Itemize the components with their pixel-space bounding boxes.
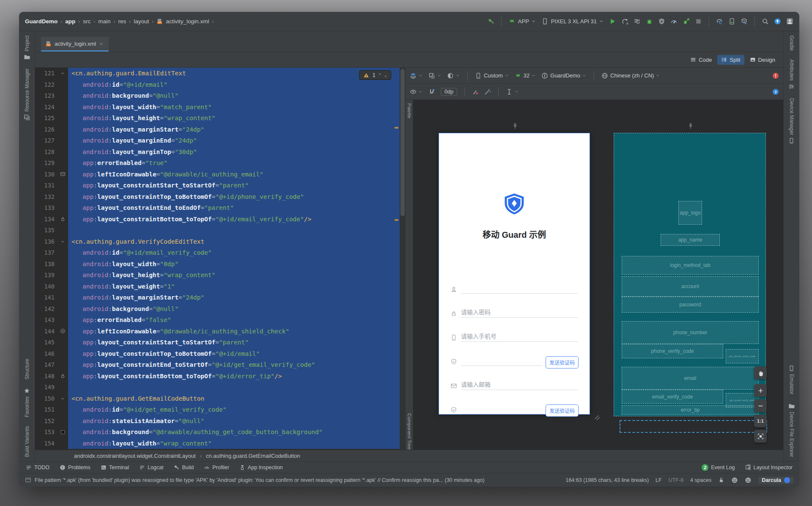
custom-selector[interactable]: Custom xyxy=(475,72,509,79)
login-field[interactable]: 请输入邮箱 xyxy=(439,369,590,393)
default-margin-field[interactable]: 0dp xyxy=(441,88,457,96)
error-stripe-mark[interactable] xyxy=(395,219,398,221)
update-button[interactable] xyxy=(774,18,781,25)
toolwindow-build[interactable]: Build xyxy=(173,465,194,470)
inspection-widget[interactable]: 1 ⌃ ⌄ xyxy=(359,70,391,80)
blueprint-app_name[interactable]: app_name xyxy=(661,234,720,246)
shieldplay-button[interactable] xyxy=(658,18,665,25)
blueprint-get_phone_verify_code[interactable]: get_phone_verify_code xyxy=(726,349,759,363)
close-icon[interactable] xyxy=(99,41,104,46)
pixel-3-xl-api-31-selector[interactable]: PIXEL 3 XL API 31 xyxy=(541,18,604,25)
palette-tab[interactable]: Palette xyxy=(407,103,412,118)
blueprint-login_method_tab[interactable]: login_method_tab xyxy=(622,256,759,275)
sidebar-item-project[interactable]: Project xyxy=(24,36,30,60)
caret-position[interactable]: 164:63 (1985 chars, 43 line breaks) xyxy=(565,477,649,483)
theme-switcher[interactable]: Darcula xyxy=(758,477,793,484)
toolwindow-problems[interactable]: Problems xyxy=(60,465,91,470)
fold-icon[interactable] xyxy=(57,236,68,248)
clearc-button[interactable] xyxy=(472,88,479,95)
file-encoding[interactable]: UTF-8 xyxy=(669,477,683,483)
mail-gutter-icon[interactable] xyxy=(57,169,68,180)
toggle-design[interactable]: Design xyxy=(746,55,779,65)
login-field[interactable]: 发送验证码 xyxy=(439,393,590,418)
blueprint-phone_number[interactable]: phone_number xyxy=(622,321,759,344)
listre-button[interactable] xyxy=(634,18,641,25)
blueprint-app_logo[interactable]: app_logo xyxy=(678,201,702,225)
frown-feedback-icon[interactable] xyxy=(745,477,752,484)
sync-button[interactable] xyxy=(716,18,723,25)
toggle-code[interactable]: Code xyxy=(686,55,716,65)
login-field[interactable] xyxy=(439,273,590,297)
search-button[interactable] xyxy=(762,18,769,25)
xml-breadcrumb-item[interactable]: cn.authing.guard.GetEmailCodeButton xyxy=(206,453,300,459)
zoom-actual-button[interactable]: 1:1 xyxy=(754,415,767,427)
sidebar-item-attributes[interactable]: Attributes xyxy=(788,59,795,90)
lockg-gutter-icon[interactable] xyxy=(57,214,68,225)
scrollbar-thumb[interactable] xyxy=(401,69,405,216)
breadcrumb-item-layout[interactable]: layout xyxy=(134,18,149,25)
blueprint-email[interactable]: email xyxy=(622,367,759,390)
chinese-zh-cn--selector[interactable]: Chinese (zh / CN) xyxy=(601,72,660,79)
sidebar-item-gradle[interactable]: Gradle xyxy=(789,36,795,51)
breadcrumb-item-GuardDemo[interactable]: GuardDemo xyxy=(25,18,58,25)
toggle-split[interactable]: Split xyxy=(717,55,744,65)
smile-feedback-icon[interactable] xyxy=(731,477,738,484)
send-code-button[interactable]: 发送验证码 xyxy=(546,356,579,368)
blueprint-account[interactable]: account xyxy=(622,276,759,297)
breadcrumb-item-res[interactable]: res xyxy=(118,18,126,25)
sdk-button[interactable] xyxy=(741,18,748,25)
sidebar-item-resource-manager[interactable]: Resource Manager xyxy=(24,69,30,121)
eye-button[interactable] xyxy=(410,88,423,95)
swatch-gutter-icon[interactable] xyxy=(57,426,68,438)
gauge-button[interactable] xyxy=(670,18,678,25)
breadcrumb-item-main[interactable]: main xyxy=(98,18,110,25)
blueprint-phone[interactable]: app_logoapp_namelogin_method_tabaccountp… xyxy=(614,133,766,416)
toolwindow-app-inspection[interactable]: App Inspection xyxy=(239,465,283,470)
infer-button[interactable] xyxy=(484,88,491,95)
rerun-button[interactable]: A xyxy=(621,18,628,25)
pack-button[interactable] xyxy=(506,88,519,95)
toolwindow-profiler[interactable]: Profiler xyxy=(204,465,229,470)
sidebar-item-device-manager[interactable]: Device Manager xyxy=(788,98,795,144)
app-shield-logo[interactable] xyxy=(439,192,590,215)
zoom-in-button[interactable] xyxy=(754,384,767,397)
devmgr-button[interactable] xyxy=(728,18,735,25)
sidebar-item-emulator[interactable]: Emulator xyxy=(788,365,795,394)
send-code-button[interactable]: 发送验证码 xyxy=(546,404,579,417)
toolwindow-todo[interactable]: TODO xyxy=(26,465,49,470)
pan-hand-button[interactable] xyxy=(754,366,767,379)
login-field[interactable]: 请输入手机号 xyxy=(439,321,590,345)
sidebar-item-build-variants[interactable]: Build Variants xyxy=(24,426,30,457)
play-button[interactable] xyxy=(609,18,616,25)
next-warning-icon[interactable]: ⌄ xyxy=(384,73,387,77)
breadcrumb-item-src[interactable]: src xyxy=(83,18,91,25)
orient-button[interactable] xyxy=(428,72,442,79)
login-field[interactable]: 发送验证码 xyxy=(439,345,590,369)
theme-button[interactable] xyxy=(447,72,460,79)
blueprint-password[interactable]: password xyxy=(622,297,759,313)
sidebar-item-structure[interactable]: Structure xyxy=(24,359,30,380)
editor-scrollbar[interactable] xyxy=(400,68,406,461)
code-editor[interactable]: 1 ⌃ ⌄ 121<cn.authing.guard.EmailEditText… xyxy=(35,68,400,461)
errbadge-button[interactable] xyxy=(772,72,779,79)
login-field[interactable]: 请输入密码 xyxy=(439,297,590,321)
magnet-button[interactable] xyxy=(428,88,435,95)
app-title[interactable]: 移动 Guard 示例 xyxy=(439,228,590,240)
avatar-button[interactable] xyxy=(786,18,793,25)
component-tree-tab[interactable]: Component Tree xyxy=(407,413,412,450)
guarddemo-selector[interactable]: GuardDemo xyxy=(541,72,587,79)
design-preview-phone[interactable]: 移动 Guard 示例 请输入密码请输入手机号发送验证码请输入邮箱发送验证码 xyxy=(439,133,590,415)
breadcrumb-item-activity_login-xml[interactable]: activity_login.xml xyxy=(166,18,209,25)
blueprint-email_verify_code[interactable]: email_verify_code xyxy=(622,390,723,404)
prev-warning-icon[interactable]: ⌃ xyxy=(379,73,381,77)
bugarrow-button[interactable] xyxy=(683,18,690,25)
fold-icon[interactable] xyxy=(57,393,68,404)
hammer-button[interactable] xyxy=(487,18,494,25)
fold-icon[interactable] xyxy=(57,68,68,79)
blueprint-phone_verify_code[interactable]: phone_verify_code xyxy=(622,344,723,358)
sidebar-item-device-file-explorer[interactable]: Device File Explorer xyxy=(788,403,795,457)
stop-button[interactable] xyxy=(695,18,702,25)
design-canvas[interactable]: 移动 Guard 示例 请输入密码请输入手机号发送验证码请输入邮箱发送验证码 a… xyxy=(413,100,783,461)
error-stripe-mark[interactable] xyxy=(395,127,398,129)
toolwindow-terminal[interactable]: Terminal xyxy=(101,465,129,470)
